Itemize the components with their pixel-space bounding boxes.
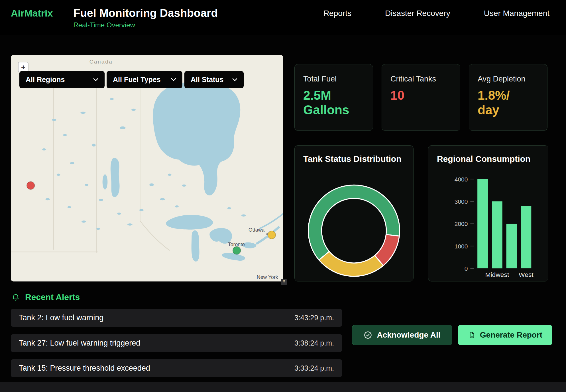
fuel-monitoring-dashboard: AirMatrix Fuel Monitoring Dashboard Real… [0, 0, 566, 392]
y-tick-label: 1000 [455, 243, 468, 250]
filter-status-dropdown[interactable]: All Status [184, 71, 244, 88]
regional-consumption-bar-chart: 01000200030004000MidwestWest [428, 146, 548, 281]
consumption-bar-1 [492, 201, 502, 268]
map-label-ottawa: Ottawa [249, 227, 264, 233]
y-tick-label: 3000 [455, 198, 468, 205]
tank-status-card: Tank Status Distribution [294, 145, 414, 281]
filter-fuel-types-dropdown[interactable]: All Fuel Types [107, 71, 182, 88]
consumption-bar-2 [506, 224, 517, 268]
stat-card-critical-tanks: Critical Tanks 10 [382, 64, 460, 131]
filter-regions-label: All Regions [26, 75, 65, 84]
app-logo[interactable]: AirMatrix [11, 7, 53, 19]
stat-label-total-fuel: Total Fuel [303, 75, 364, 83]
stat-value-critical-tanks: 10 [390, 88, 443, 103]
alert-message: Tank 27: Low fuel warning triggered [19, 339, 140, 348]
nav-disaster-recovery[interactable]: Disaster Recovery [385, 9, 450, 18]
y-tick-label: 4000 [455, 176, 468, 183]
nav-user-management[interactable]: User Management [484, 9, 549, 18]
header: AirMatrix Fuel Monitoring Dashboard Real… [0, 0, 566, 36]
filter-regions-dropdown[interactable]: All Regions [19, 71, 105, 88]
map-marker-normal[interactable] [233, 246, 241, 254]
stat-label-avg-depletion: Avg Depletion [478, 75, 539, 83]
chevron-down-icon [232, 78, 237, 81]
tank-status-title: Tank Status Distribution [303, 154, 401, 164]
stat-card-avg-depletion: Avg Depletion 1.8%/ day [469, 64, 547, 131]
y-tick-label: 0 [465, 265, 468, 272]
document-icon [468, 331, 476, 339]
chevron-down-icon [171, 78, 176, 81]
main-nav: Reports Disaster Recovery User Managemen… [323, 7, 549, 18]
recent-alerts-label: Recent Alerts [25, 292, 80, 302]
check-circle-icon [364, 331, 372, 339]
map-marker-warning[interactable] [268, 231, 276, 239]
generate-report-button[interactable]: Generate Report [458, 325, 552, 345]
chevron-down-icon [93, 78, 98, 81]
alert-message: Tank 2: Low fuel warning [19, 313, 103, 322]
consumption-bar-3 [521, 206, 531, 268]
alert-message: Tank 15: Pressure threshold exceeded [19, 364, 150, 373]
page-title: Fuel Monitoring Dashboard [73, 7, 218, 19]
alert-time: 3:33:24 p.m. [294, 364, 334, 372]
y-tick-label: 2000 [455, 220, 468, 227]
map-land [11, 55, 283, 281]
map-label-new-york: New York [257, 274, 278, 280]
regional-consumption-title: Regional Consumption [437, 154, 530, 164]
stat-label-critical-tanks: Critical Tanks [390, 75, 451, 83]
footer-strip [0, 382, 566, 392]
acknowledge-all-label: Acknowledge All [377, 330, 440, 340]
page-subtitle: Real-Time Overview [73, 21, 218, 29]
acknowledge-all-button[interactable]: Acknowledge All [352, 325, 452, 345]
map[interactable]: Canada Ottawa Toronto New York [11, 55, 283, 281]
tank-status-donut-chart [295, 146, 413, 281]
generate-report-label: Generate Report [480, 330, 542, 340]
title-block: Fuel Monitoring Dashboard Real-Time Over… [73, 7, 218, 29]
map-panel: Canada Ottawa Toronto New York + All Reg… [11, 55, 283, 281]
stat-card-total-fuel: Total Fuel 2.5M Gallons [294, 64, 373, 131]
stat-value-total-fuel: 2.5M Gallons [303, 88, 356, 117]
alert-row-1[interactable]: Tank 2: Low fuel warning 3:43:29 p.m. [11, 309, 342, 327]
stat-value-avg-depletion: 1.8%/ day [478, 88, 530, 117]
recent-alerts-heading: Recent Alerts [11, 292, 80, 302]
x-axis-label: West [519, 271, 534, 278]
filter-status-label: All Status [191, 75, 223, 84]
alert-row-2[interactable]: Tank 27: Low fuel warning triggered 3:38… [11, 334, 342, 352]
alert-row-3[interactable]: Tank 15: Pressure threshold exceeded 3:3… [11, 359, 342, 377]
bell-icon [11, 293, 20, 301]
map-resize-handle[interactable]: ⣿ [281, 279, 287, 285]
alert-time: 3:43:29 p.m. [294, 314, 334, 322]
nav-reports[interactable]: Reports [323, 9, 351, 18]
donut-segment-warning [319, 252, 383, 276]
regional-consumption-card: Regional Consumption 01000200030004000Mi… [428, 145, 548, 281]
x-axis-label: Midwest [485, 271, 509, 278]
map-label-canada: Canada [89, 59, 113, 65]
filter-fuel-types-label: All Fuel Types [113, 75, 161, 84]
map-marker-critical[interactable] [27, 181, 35, 189]
consumption-bar-0 [477, 179, 488, 269]
alert-time: 3:38:24 p.m. [294, 339, 334, 347]
map-filters: All Regions All Fuel Types All Status [19, 71, 244, 88]
